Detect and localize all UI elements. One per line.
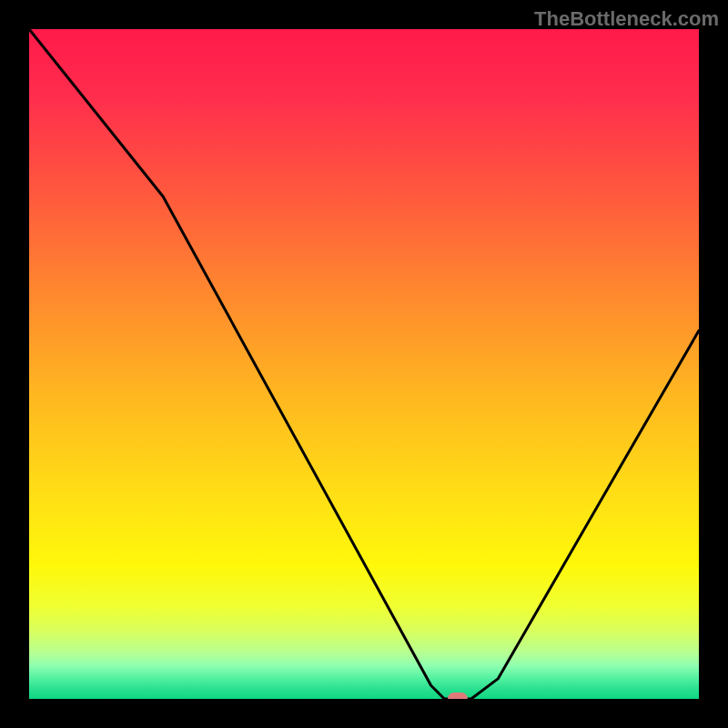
watermark-text: TheBottleneck.com bbox=[534, 7, 719, 31]
curve-svg bbox=[29, 29, 699, 699]
chart-frame: TheBottleneck.com bbox=[0, 0, 728, 728]
bottleneck-curve-path bbox=[29, 29, 699, 699]
plot-area bbox=[29, 29, 699, 699]
optimal-marker-icon bbox=[448, 693, 468, 699]
